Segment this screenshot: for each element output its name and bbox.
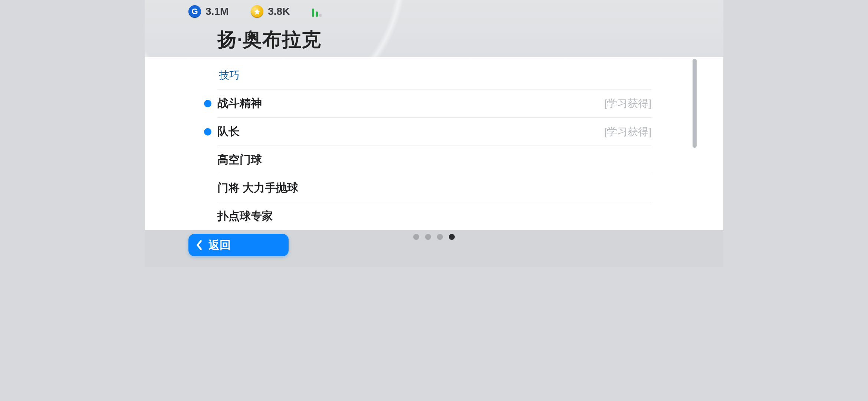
skill-row[interactable]: 门将 大力手抛球 xyxy=(217,174,651,202)
chevron-left-icon xyxy=(195,239,203,251)
footer: 返回 xyxy=(145,230,723,267)
player-name: 扬·奥布拉克 xyxy=(217,27,321,53)
skill-name: 队长 xyxy=(217,124,240,139)
page-dot[interactable] xyxy=(437,234,443,240)
bullet-icon xyxy=(204,100,211,107)
g-coin-icon: G xyxy=(188,5,201,18)
page-indicator[interactable] xyxy=(413,234,455,240)
section-title-skills: 技巧 xyxy=(217,57,651,89)
skill-row[interactable]: 扑点球专家 xyxy=(217,202,651,231)
skill-row[interactable]: 队长 [学习获得] xyxy=(217,118,651,146)
star-icon xyxy=(251,5,263,18)
header: G 3.1M 3.8K 扬·奥布拉克 xyxy=(145,0,723,57)
learned-tag: [学习获得] xyxy=(604,125,651,139)
bullet-icon xyxy=(204,128,211,136)
currency-coins[interactable]: G 3.1M xyxy=(188,5,228,18)
back-button[interactable]: 返回 xyxy=(188,234,289,256)
coins-value: 3.1M xyxy=(206,6,228,17)
page-dot[interactable] xyxy=(413,234,419,240)
back-label: 返回 xyxy=(208,238,231,253)
skill-name: 门将 大力手抛球 xyxy=(217,180,298,196)
page-dot[interactable] xyxy=(425,234,431,240)
currency-stars[interactable]: 3.8K xyxy=(251,5,290,18)
skill-name: 高空门球 xyxy=(217,152,262,167)
learned-tag: [学习获得] xyxy=(604,97,651,111)
skills-panel[interactable]: 技巧 战斗精神 [学习获得] 队长 [学习获得] 高空门球 xyxy=(145,57,723,230)
scrollbar-thumb[interactable] xyxy=(693,59,697,148)
skill-name: 战斗精神 xyxy=(217,96,262,111)
signal-icon xyxy=(312,6,322,17)
page-dot-active[interactable] xyxy=(449,234,455,240)
skill-row[interactable]: 战斗精神 [学习获得] xyxy=(217,89,651,118)
stars-value: 3.8K xyxy=(268,6,290,17)
skill-row[interactable]: 高空门球 xyxy=(217,146,651,174)
skill-name: 扑点球专家 xyxy=(217,209,273,224)
